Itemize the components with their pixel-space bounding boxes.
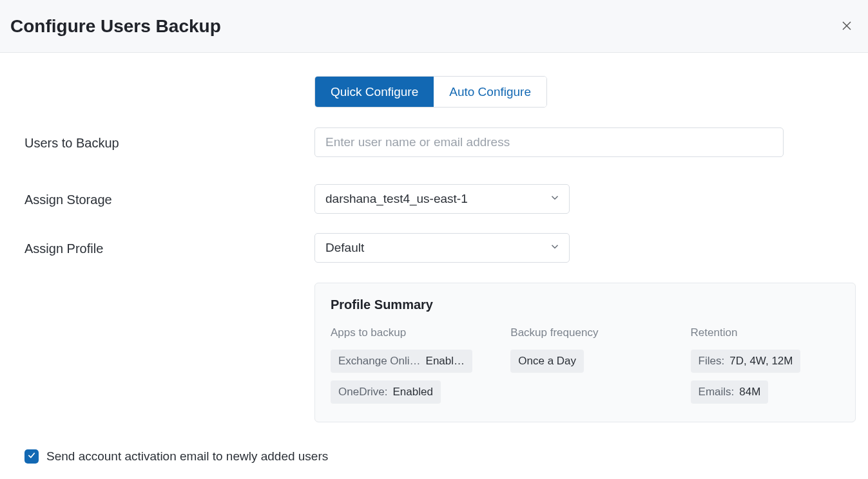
assign-profile-select[interactable]: Default <box>314 233 570 263</box>
retention-chip-list: Files: 7D, 4W, 12M Emails: 84M <box>691 350 840 404</box>
modal-header: Configure Users Backup <box>0 0 868 53</box>
assign-storage-label: Assign Storage <box>24 191 314 207</box>
summary-col-apps: Apps to backup Exchange Onli… Enabl… One… <box>331 326 510 404</box>
frequency-chip-list: Once a Day <box>510 350 690 373</box>
profile-select-wrap: Default <box>314 233 784 263</box>
tab-auto-configure[interactable]: Auto Configure <box>434 77 546 107</box>
send-activation-email-row: Send account activation email to newly a… <box>24 449 844 464</box>
close-icon <box>841 17 853 35</box>
summary-columns: Apps to backup Exchange Onli… Enabl… One… <box>331 326 840 404</box>
frequency-chip-val: Once a Day <box>518 355 576 368</box>
tabs-row: Quick Configure Auto Configure <box>24 76 844 108</box>
app-chip-val: Enabl… <box>426 355 465 368</box>
assign-profile-value: Default <box>325 241 364 255</box>
users-to-backup-label: Users to Backup <box>24 135 314 151</box>
row-users-to-backup: Users to Backup <box>24 127 844 158</box>
backup-frequency-heading: Backup frequency <box>510 326 690 339</box>
assign-storage-select[interactable]: darshana_test4_us-east-1 <box>314 184 570 214</box>
apps-chip-list: Exchange Onli… Enabl… OneDrive: Enabled <box>331 350 510 404</box>
tab-toggle: Quick Configure Auto Configure <box>314 76 547 108</box>
app-chip-val: Enabled <box>393 386 433 399</box>
app-chip-key: Exchange Onli… <box>338 355 421 368</box>
users-to-backup-input[interactable] <box>314 127 784 157</box>
storage-select-wrap: darshana_test4_us-east-1 <box>314 184 784 214</box>
frequency-chip: Once a Day <box>510 350 584 373</box>
page-title: Configure Users Backup <box>10 16 221 37</box>
app-chip: Exchange Onli… Enabl… <box>331 350 472 373</box>
send-activation-email-checkbox[interactable] <box>24 449 39 464</box>
tab-quick-configure[interactable]: Quick Configure <box>315 77 434 107</box>
profile-summary-title: Profile Summary <box>331 297 840 312</box>
app-chip-key: OneDrive: <box>338 386 388 399</box>
summary-col-retention: Retention Files: 7D, 4W, 12M Emails: 84M <box>691 326 840 404</box>
check-icon <box>27 451 36 462</box>
modal-body: Quick Configure Auto Configure Users to … <box>0 53 868 464</box>
retention-chip: Emails: 84M <box>691 380 769 404</box>
retention-chip: Files: 7D, 4W, 12M <box>691 350 801 373</box>
app-chip: OneDrive: Enabled <box>331 380 441 404</box>
users-input-wrap <box>314 127 784 157</box>
send-activation-email-label: Send account activation email to newly a… <box>46 449 328 464</box>
retention-chip-key: Emails: <box>699 386 735 399</box>
assign-profile-label: Assign Profile <box>24 240 314 256</box>
assign-storage-value: darshana_test4_us-east-1 <box>325 192 468 206</box>
retention-heading: Retention <box>691 326 840 339</box>
retention-chip-key: Files: <box>699 355 725 368</box>
retention-chip-val: 84M <box>739 386 760 399</box>
row-assign-profile: Assign Profile Default <box>24 232 844 263</box>
row-assign-storage: Assign Storage darshana_test4_us-east-1 <box>24 183 844 214</box>
retention-chip-val: 7D, 4W, 12M <box>729 355 793 368</box>
close-button[interactable] <box>836 15 858 37</box>
summary-col-frequency: Backup frequency Once a Day <box>510 326 690 404</box>
apps-to-backup-heading: Apps to backup <box>331 326 510 339</box>
profile-summary-panel: Profile Summary Apps to backup Exchange … <box>314 283 856 422</box>
